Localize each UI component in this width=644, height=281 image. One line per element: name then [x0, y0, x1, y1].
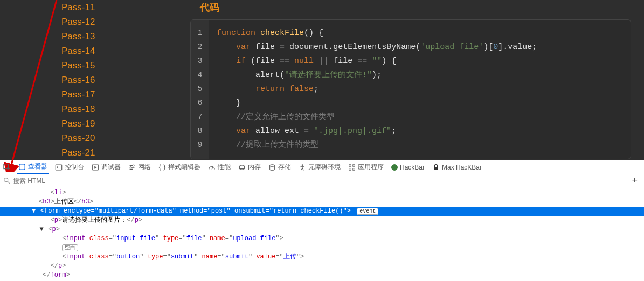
html-search-bar: + — [0, 174, 644, 187]
code-line: alert("请选择要上传的文件!"); — [217, 68, 623, 82]
tab-label: 无障碍环境 — [308, 163, 341, 172]
accessibility-icon — [299, 164, 306, 171]
max-hackbar-icon — [432, 164, 440, 171]
devtools-panel: 查看器 控制台 调试器 网络 样式编辑器 性能 内存 存储 — [0, 160, 644, 281]
tab-label: Max HacKBar — [442, 164, 482, 171]
performance-icon — [208, 164, 216, 171]
svg-rect-21 — [434, 167, 438, 170]
line-number: 9 — [196, 138, 204, 152]
tab-application[interactable]: 应用程序 — [347, 160, 385, 174]
tab-memory[interactable]: 内存 — [237, 160, 262, 174]
svg-rect-20 — [353, 168, 355, 170]
memory-icon — [238, 164, 246, 171]
tab-inspector[interactable]: 查看器 — [17, 160, 49, 174]
svg-point-16 — [302, 164, 303, 166]
dom-node-p2-open[interactable]: ▼ <p> — [0, 225, 644, 234]
svg-rect-8 — [240, 166, 245, 168]
sidebar-item-pass-11[interactable]: Pass-11 — [61, 0, 181, 15]
hackbar-icon — [391, 164, 398, 171]
sidebar-item-pass-20[interactable]: Pass-20 — [61, 131, 181, 145]
element-picker-button[interactable] — [2, 160, 12, 174]
application-icon — [348, 164, 356, 171]
tab-label: 应用程序 — [358, 163, 384, 172]
code-line: var allow_ext = ".jpg|.png|.gif"; — [217, 124, 623, 138]
svg-rect-3 — [19, 164, 25, 170]
add-element-button[interactable]: + — [628, 175, 641, 186]
debugger-icon — [92, 164, 99, 171]
search-icon — [3, 177, 11, 185]
code-line: //定义允许上传的文件类型 — [217, 110, 623, 124]
tab-label: 调试器 — [101, 163, 121, 172]
picker-icon — [3, 164, 11, 171]
dom-node-input-submit[interactable]: <input class="button" type="submit" name… — [0, 252, 644, 262]
svg-marker-6 — [94, 166, 96, 168]
sidebar-item-pass-19[interactable]: Pass-19 — [61, 116, 181, 131]
code-line: if (file == null || file == "") { — [217, 54, 623, 68]
tab-performance[interactable]: 性能 — [207, 160, 232, 174]
code-line: //提取上传文件的类型 — [217, 138, 623, 152]
html-search-input[interactable] — [13, 177, 626, 185]
sidebar-item-pass-14[interactable]: Pass-14 — [61, 44, 181, 58]
dom-node-form[interactable]: ▼ <form enctype="multipart/form-data" me… — [0, 207, 644, 216]
svg-rect-19 — [349, 168, 351, 170]
tab-hackbar[interactable]: HackBar — [390, 160, 426, 174]
tab-console[interactable]: 控制台 — [54, 160, 85, 174]
code-line: return false; — [217, 82, 623, 96]
tab-label: HackBar — [400, 164, 425, 171]
svg-rect-17 — [349, 164, 351, 166]
code-line: function checkFile() { — [217, 26, 623, 40]
tab-debugger[interactable]: 调试器 — [91, 160, 122, 174]
tab-label: 网络 — [138, 163, 151, 172]
event-badge[interactable]: event — [357, 208, 378, 215]
style-editor-icon — [158, 164, 166, 171]
storage-icon — [268, 164, 276, 171]
dom-node-h3[interactable]: <h3>上传区</h3> — [0, 198, 644, 207]
sidebar-item-pass-12[interactable]: Pass-12 — [61, 15, 181, 29]
network-icon — [128, 164, 136, 171]
line-number: 6 — [196, 96, 204, 110]
dom-node-input-file[interactable]: <input class="input_file" type="file" na… — [0, 234, 644, 243]
code-line: } — [217, 96, 623, 110]
sidebar-item-pass-16[interactable]: Pass-16 — [61, 73, 181, 87]
line-number: 2 — [196, 40, 204, 54]
svg-line-7 — [212, 167, 213, 169]
dom-node-form-close[interactable]: </form> — [0, 271, 644, 280]
tab-accessibility[interactable]: 无障碍环境 — [297, 160, 342, 174]
line-number: 7 — [196, 110, 204, 124]
line-number: 4 — [196, 68, 204, 82]
sidebar-item-pass-21[interactable]: Pass-21 — [61, 145, 181, 160]
dom-node-p1[interactable]: <p>请选择要上传的图片：</p> — [0, 216, 644, 225]
tab-label: 内存 — [248, 163, 261, 172]
tab-label: 样式编辑器 — [168, 163, 200, 172]
tab-storage[interactable]: 存储 — [267, 160, 292, 174]
tab-max-hackbar[interactable]: Max HacKBar — [431, 160, 483, 174]
dom-node-whitespace[interactable]: 空白 — [0, 243, 644, 252]
sidebar-item-pass-13[interactable]: Pass-13 — [61, 29, 181, 44]
sidebar-item-pass-15[interactable]: Pass-15 — [61, 58, 181, 73]
pass-sidebar: Pass-11 Pass-12 Pass-13 Pass-14 Pass-15 … — [0, 0, 181, 160]
line-number-gutter: 1 2 3 4 5 6 7 8 9 — [191, 20, 209, 159]
whitespace-badge: 空白 — [62, 244, 78, 251]
svg-rect-4 — [56, 165, 61, 170]
code-content: function checkFile() { var file = docume… — [209, 20, 631, 159]
devtools-tabs: 查看器 控制台 调试器 网络 样式编辑器 性能 内存 存储 — [0, 160, 644, 174]
sidebar-item-pass-17[interactable]: Pass-17 — [61, 87, 181, 102]
dom-node-li[interactable]: <li> — [0, 188, 644, 198]
main-content: 代码 1 2 3 4 5 6 7 8 9 function checkFile(… — [181, 0, 644, 160]
dom-node-p2-close[interactable]: </p> — [0, 262, 644, 271]
tab-label: 控制台 — [65, 163, 84, 172]
tab-network[interactable]: 网络 — [127, 160, 152, 174]
code-block: 1 2 3 4 5 6 7 8 9 function checkFile() {… — [190, 19, 631, 159]
line-number: 8 — [196, 124, 204, 138]
svg-rect-18 — [353, 164, 355, 166]
code-section-title: 代码 — [200, 0, 631, 14]
console-icon — [55, 164, 63, 171]
tab-label: 存储 — [278, 163, 291, 172]
tab-style-editor[interactable]: 样式编辑器 — [157, 160, 202, 174]
line-number: 3 — [196, 54, 204, 68]
code-line: var file = document.getElementsByName('u… — [217, 40, 623, 54]
sidebar-item-pass-18[interactable]: Pass-18 — [61, 102, 181, 116]
dom-tree[interactable]: <li> <h3>上传区</h3> ▼ <form enctype="multi… — [0, 187, 644, 281]
svg-point-15 — [270, 164, 275, 166]
tab-label: 查看器 — [28, 162, 47, 171]
